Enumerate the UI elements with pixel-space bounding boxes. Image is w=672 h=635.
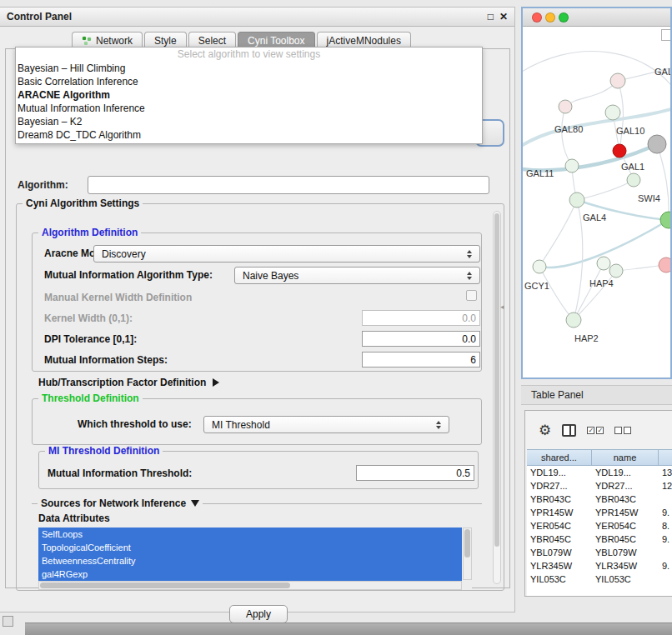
mi-threshold-title: MI Threshold Definition — [45, 445, 163, 457]
aracne-mode-value: Discovery — [94, 248, 463, 260]
network-node[interactable] — [613, 144, 626, 158]
attribute-item[interactable]: gal4RGexp — [38, 568, 462, 581]
algorithm-select[interactable] — [88, 176, 489, 194]
data-attributes-list[interactable]: SelfLoopsTopologicalCoefficientBetweenne… — [38, 528, 472, 590]
network-edge — [577, 180, 634, 200]
mi-type-select[interactable]: Naive Bayes — [234, 267, 480, 284]
network-node[interactable] — [565, 159, 579, 172]
column-header[interactable]: name — [592, 450, 659, 465]
splitter-handle[interactable]: ◂ — [500, 302, 504, 311]
attribute-item[interactable]: TopologicalCoefficient — [38, 541, 462, 554]
list-horizontal-scrollbar[interactable] — [38, 581, 462, 590]
cell: YDL19... — [527, 468, 592, 478]
algorithm-option[interactable]: Bayesian – Hill Climbing — [16, 62, 482, 75]
cell: 9. — [659, 534, 672, 544]
cell: YBL079W — [527, 548, 592, 558]
tab-label: Select — [198, 35, 226, 47]
hub-section-toggle[interactable]: Hub/Transcription Factor Definition — [38, 377, 219, 388]
network-node[interactable] — [660, 212, 670, 228]
settings-scrollbar[interactable] — [493, 211, 501, 584]
columns-icon[interactable] — [562, 424, 576, 437]
network-node[interactable] — [597, 257, 610, 270]
table-row[interactable]: YER054CYER054C8. — [527, 519, 672, 532]
algorithm-option[interactable]: Mutual Information Inference — [16, 102, 482, 115]
deselect-all-icon[interactable] — [614, 427, 631, 434]
cell: YBR045C — [527, 534, 592, 544]
kernel-width-label: Kernel Width (0,1): — [44, 312, 133, 324]
control-panel-titlebar: Control Panel □ ✕ — [0, 8, 514, 27]
network-node[interactable] — [566, 312, 581, 328]
window-buttons: □ ✕ — [488, 11, 508, 22]
sources-toggle[interactable]: Sources for Network Inference — [38, 498, 203, 509]
table-row[interactable]: YDR27...YDR27...12 — [527, 479, 672, 492]
zoom-traffic-light[interactable] — [559, 12, 569, 22]
network-edge — [562, 107, 572, 166]
table-panel: ⚙ ✓ ✓ shared...name YDL19...YDL19...13YD… — [524, 410, 672, 597]
manual-kernel-label: Manual Kernel Width Definition — [44, 292, 192, 303]
network-node[interactable] — [533, 260, 546, 273]
network-edge — [574, 200, 583, 320]
network-node[interactable] — [609, 264, 623, 278]
node-label: HAP4 — [589, 278, 614, 288]
which-threshold-value: MI Threshold — [204, 419, 432, 431]
minimize-traffic-light[interactable] — [545, 12, 555, 22]
network-node[interactable] — [559, 100, 572, 113]
mi-steps-label: Mutual Information Steps: — [44, 354, 168, 366]
network-edge — [523, 52, 670, 93]
algorithm-option[interactable]: Bayesian – K2 — [16, 115, 482, 128]
algorithm-definition-title: Algorithm Definition — [38, 227, 141, 238]
table-row[interactable]: YPR145WYPR145W9. — [527, 506, 672, 519]
popup-placeholder[interactable]: Select algorithm to view settings — [16, 48, 482, 62]
mi-steps-input[interactable] — [362, 352, 480, 368]
cell: 9. — [659, 561, 672, 571]
manual-kernel-checkbox[interactable] — [466, 290, 477, 301]
mi-threshold-group: MI Threshold Definition Mutual Informati… — [38, 451, 479, 489]
algorithm-option[interactable]: ARACNE Algorithm — [16, 88, 482, 102]
data-attributes-label: Data Attributes — [38, 512, 110, 524]
minimize-icon[interactable]: □ — [488, 11, 494, 22]
attribute-item[interactable]: BetweennessCentrality — [38, 554, 462, 568]
network-node[interactable] — [605, 105, 620, 120]
attribute-item[interactable]: SelfLoops — [38, 528, 462, 541]
table-panel-titlebar: Table Panel — [521, 385, 672, 405]
close-icon[interactable]: ✕ — [499, 11, 508, 22]
aracne-mode-select[interactable]: Discovery — [93, 245, 480, 262]
network-node[interactable] — [610, 73, 625, 88]
algorithm-option[interactable]: Dream8 DC_TDC Algorithm — [16, 128, 482, 142]
table-row[interactable]: YBR045CYBR045C9. — [527, 532, 672, 546]
network-canvas[interactable]: GALGAL80GAL10GAL11GAL1SWI4GAL4GCY1HAP4HA… — [523, 27, 670, 378]
algorithm-dropdown-popup: Select algorithm to view settings Bayesi… — [15, 47, 483, 144]
close-traffic-light[interactable] — [532, 12, 542, 22]
algorithm-option[interactable]: Basic Correlation Inference — [16, 75, 482, 88]
network-node[interactable] — [569, 192, 584, 208]
which-threshold-select[interactable]: MI Threshold — [203, 416, 449, 433]
which-threshold-label: Which threshold to use: — [78, 418, 192, 430]
table-row[interactable]: YLR345WYLR345W9. — [527, 559, 672, 572]
table-panel-title: Table Panel — [531, 389, 584, 401]
list-vertical-scrollbar[interactable] — [463, 528, 472, 580]
gear-icon[interactable]: ⚙ — [539, 423, 551, 438]
network-node[interactable] — [659, 258, 670, 272]
network-window-titlebar — [523, 8, 670, 27]
table-row[interactable]: YBR043CYBR043C — [527, 492, 672, 506]
dpi-tolerance-input[interactable] — [362, 331, 480, 347]
table-row[interactable]: YDL19...YDL19...13 — [527, 466, 672, 479]
algorithm-label: Algorithm: — [18, 179, 68, 191]
kernel-width-input[interactable] — [362, 310, 480, 326]
select-all-icon[interactable]: ✓ ✓ — [587, 427, 604, 434]
network-node[interactable] — [627, 173, 640, 187]
scrollbar-thumb[interactable] — [494, 213, 499, 547]
minimized-panel-icon[interactable] — [3, 616, 13, 627]
scrollbar-thumb[interactable] — [40, 582, 290, 588]
checked-box-icon: ✓ — [596, 427, 604, 434]
column-header[interactable] — [659, 450, 672, 465]
apply-button[interactable]: Apply — [229, 605, 288, 623]
table-row[interactable]: YIL053CYIL053C — [527, 572, 672, 586]
scrollbar-thumb[interactable] — [464, 529, 470, 558]
cell: YBR043C — [592, 494, 659, 504]
table-row[interactable]: YBL079WYBL079W — [527, 546, 672, 559]
tab-label: Style — [154, 35, 177, 47]
network-node[interactable] — [648, 135, 666, 153]
column-header[interactable]: shared... — [527, 450, 592, 465]
mi-threshold-input[interactable] — [356, 465, 474, 481]
